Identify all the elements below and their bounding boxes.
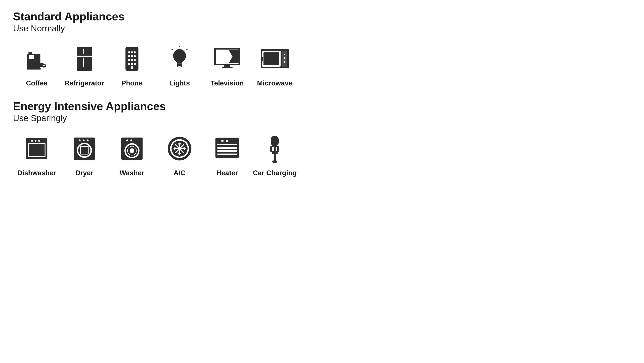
svg-rect-1 xyxy=(28,52,32,54)
lights-icon xyxy=(164,44,195,74)
washer-icon xyxy=(117,134,147,164)
television-label: Television xyxy=(210,79,244,87)
svg-point-17 xyxy=(131,59,133,61)
svg-point-14 xyxy=(131,55,133,57)
svg-point-41 xyxy=(284,61,285,63)
refrigerator-icon xyxy=(69,44,100,74)
svg-rect-7 xyxy=(83,49,84,54)
svg-rect-6 xyxy=(77,56,92,57)
svg-point-64 xyxy=(130,148,134,153)
svg-point-18 xyxy=(134,59,136,61)
energy-appliances-grid: Dishwasher Dry xyxy=(13,134,631,177)
svg-point-44 xyxy=(31,140,33,142)
svg-rect-33 xyxy=(224,65,230,67)
svg-rect-84 xyxy=(218,144,237,146)
list-item: Lights xyxy=(156,44,203,87)
svg-point-11 xyxy=(131,51,133,54)
svg-rect-37 xyxy=(264,52,279,65)
svg-point-22 xyxy=(131,66,133,69)
ac-icon xyxy=(164,134,195,164)
dryer-label: Dryer xyxy=(75,169,94,177)
svg-line-28 xyxy=(172,49,173,50)
list-item: Microwave xyxy=(251,44,298,87)
heater-label: Heater xyxy=(216,169,238,177)
svg-point-21 xyxy=(134,63,136,65)
svg-point-20 xyxy=(131,63,133,65)
svg-point-50 xyxy=(79,140,81,142)
microwave-icon xyxy=(260,44,290,74)
list-item: Heater xyxy=(203,134,251,177)
svg-point-39 xyxy=(284,54,285,56)
microwave-label: Microwave xyxy=(257,79,292,87)
svg-rect-24 xyxy=(177,62,182,64)
energy-title: Energy Intensive Appliances xyxy=(13,100,631,112)
svg-rect-56 xyxy=(81,147,88,154)
svg-point-51 xyxy=(83,140,84,142)
svg-point-15 xyxy=(134,55,136,57)
television-icon xyxy=(212,44,242,74)
car-charging-label: Car Charging xyxy=(253,169,297,177)
list-item: Coffee xyxy=(13,44,60,87)
standard-subtitle: Use Normally xyxy=(13,24,631,33)
ac-label: A/C xyxy=(174,169,186,177)
svg-line-29 xyxy=(186,49,188,50)
svg-rect-8 xyxy=(83,58,84,67)
heater-icon xyxy=(212,134,242,164)
svg-rect-42 xyxy=(262,57,263,61)
svg-point-58 xyxy=(126,140,128,142)
svg-rect-86 xyxy=(218,150,237,152)
coffee-label: Coffee xyxy=(26,79,48,87)
svg-rect-4 xyxy=(27,68,41,70)
svg-point-59 xyxy=(130,140,132,142)
list-item: Dryer xyxy=(60,134,108,177)
list-item: Dishwasher xyxy=(13,134,60,177)
standard-title: Standard Appliances xyxy=(13,10,631,23)
svg-point-16 xyxy=(128,59,130,61)
list-item: Car Charging xyxy=(251,134,298,177)
svg-point-94 xyxy=(272,160,277,163)
list-item: Phone xyxy=(108,44,156,87)
svg-point-52 xyxy=(87,140,89,142)
dryer-icon xyxy=(69,134,100,164)
list-item: Washer xyxy=(108,134,156,177)
svg-rect-25 xyxy=(177,64,182,65)
svg-point-83 xyxy=(226,140,228,142)
dishwasher-icon xyxy=(22,134,52,164)
energy-subtitle: Use Sparingly xyxy=(13,113,631,123)
coffee-icon xyxy=(22,44,52,74)
lights-label: Lights xyxy=(169,79,190,87)
svg-rect-3 xyxy=(38,63,43,67)
svg-point-10 xyxy=(128,51,130,54)
list-item: Refrigerator xyxy=(60,44,108,87)
svg-rect-34 xyxy=(222,67,232,68)
svg-point-46 xyxy=(38,140,40,142)
svg-point-82 xyxy=(221,140,224,142)
svg-rect-89 xyxy=(270,146,279,152)
svg-rect-85 xyxy=(218,147,237,149)
svg-point-23 xyxy=(173,49,186,63)
refrigerator-label: Refrigerator xyxy=(64,79,104,87)
list-item: A/C xyxy=(156,134,203,177)
svg-point-12 xyxy=(134,51,136,54)
svg-rect-93 xyxy=(276,147,277,151)
svg-point-40 xyxy=(284,57,285,59)
list-item: Television xyxy=(203,44,251,87)
svg-point-19 xyxy=(128,63,130,65)
svg-rect-92 xyxy=(272,147,274,151)
svg-rect-90 xyxy=(272,152,278,154)
svg-point-45 xyxy=(34,140,36,142)
washer-label: Washer xyxy=(120,169,144,177)
standard-appliances-section: Standard Appliances Use Normally xyxy=(13,10,631,87)
standard-appliances-grid: Coffee Refrigerator xyxy=(13,44,631,87)
phone-label: Phone xyxy=(121,79,142,87)
car-charging-icon xyxy=(260,134,290,164)
phone-icon xyxy=(117,44,147,74)
svg-point-13 xyxy=(128,55,130,57)
svg-rect-48 xyxy=(29,144,44,156)
energy-appliances-section: Energy Intensive Appliances Use Sparingl… xyxy=(13,100,631,177)
svg-rect-2 xyxy=(29,56,34,59)
dishwasher-label: Dishwasher xyxy=(17,169,56,177)
svg-rect-88 xyxy=(271,136,279,146)
svg-rect-87 xyxy=(218,154,237,155)
